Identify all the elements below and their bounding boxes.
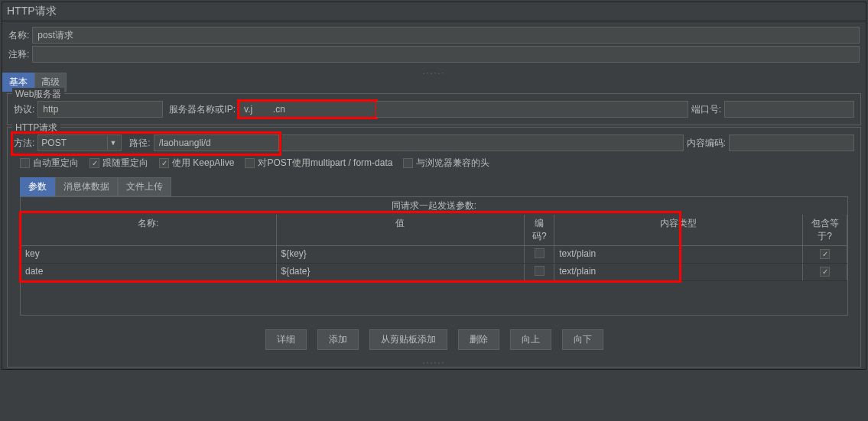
host-label: 服务器名称或IP: [169, 103, 236, 116]
browser-hdrs-checkbox[interactable] [403, 158, 413, 168]
multipart-checkbox[interactable] [245, 158, 255, 168]
redir-auto-checkbox[interactable] [20, 158, 30, 168]
port-label: 端口号: [691, 103, 721, 116]
params-table-body[interactable]: key ${key} text/plain date ${date} text/… [21, 246, 847, 315]
col-name[interactable]: 名称: [21, 215, 277, 245]
name-label: 名称: [8, 29, 29, 42]
up-button[interactable]: 向上 [510, 329, 551, 350]
follow-redir-label: 跟随重定向 [102, 157, 148, 170]
params-caption: 同请求一起发送参数: [21, 197, 847, 215]
keepalive-label: 使用 KeepAlive [172, 157, 234, 170]
path-input[interactable] [154, 134, 279, 151]
cell-name[interactable]: date [21, 264, 277, 280]
table-row[interactable]: key ${key} text/plain [21, 246, 847, 264]
col-value[interactable]: 值 [277, 215, 525, 245]
cell-ctype[interactable]: text/plain [554, 264, 803, 280]
tab-upload[interactable]: 文件上传 [118, 177, 171, 196]
port-input[interactable] [724, 101, 854, 118]
chevron-down-icon: ▼ [107, 136, 118, 150]
delete-button[interactable]: 删除 [458, 329, 499, 350]
tab-params[interactable]: 参数 [20, 177, 55, 196]
path-label: 路径: [129, 137, 150, 150]
http-req-legend: HTTP请求 [12, 121, 60, 134]
browser-hdrs-label: 与浏览器兼容的头 [416, 157, 489, 170]
enc-input[interactable] [729, 134, 854, 151]
protocol-label: 协议: [14, 103, 34, 116]
protocol-input[interactable] [37, 101, 163, 118]
cell-ctype[interactable]: text/plain [554, 246, 803, 263]
comment-input[interactable] [32, 46, 860, 63]
cell-include[interactable] [803, 264, 847, 280]
host-input-ext[interactable] [376, 101, 688, 118]
col-encode[interactable]: 编码? [525, 215, 554, 245]
multipart-label: 对POST使用multipart / form-data [258, 157, 392, 170]
splitter[interactable] [2, 68, 866, 73]
cell-name[interactable]: key [21, 246, 277, 263]
detail-button[interactable]: 详细 [265, 329, 307, 350]
redir-auto-label: 自动重定向 [33, 157, 79, 170]
keepalive-checkbox[interactable] [159, 158, 169, 168]
splitter-bottom[interactable] [14, 358, 854, 362]
cell-include[interactable] [803, 246, 847, 263]
table-row[interactable]: date ${date} text/plain [21, 264, 847, 281]
host-input[interactable] [239, 101, 376, 118]
cell-encode[interactable] [525, 264, 554, 280]
web-server-legend: Web服务器 [12, 88, 64, 101]
comment-label: 注释: [8, 48, 29, 61]
clipboard-add-button[interactable]: 从剪贴板添加 [369, 329, 447, 350]
col-ctype[interactable]: 内容类型 [554, 215, 803, 245]
add-button[interactable]: 添加 [317, 329, 359, 350]
cell-value[interactable]: ${date} [277, 264, 525, 280]
follow-redir-checkbox[interactable] [89, 158, 99, 168]
name-input[interactable] [32, 27, 860, 44]
path-input-ext[interactable] [282, 134, 684, 151]
cell-value[interactable]: ${key} [277, 246, 525, 263]
enc-label: 内容编码: [687, 137, 726, 150]
cell-encode[interactable] [525, 246, 554, 263]
method-label: 方法: [14, 137, 34, 150]
method-value: POST [41, 138, 67, 148]
method-select[interactable]: POST ▼ [37, 134, 122, 151]
tab-body[interactable]: 消息体数据 [55, 177, 118, 196]
col-include[interactable]: 包含等于? [803, 215, 847, 245]
page-title: HTTP请求 [2, 2, 866, 21]
down-button[interactable]: 向下 [562, 329, 603, 350]
